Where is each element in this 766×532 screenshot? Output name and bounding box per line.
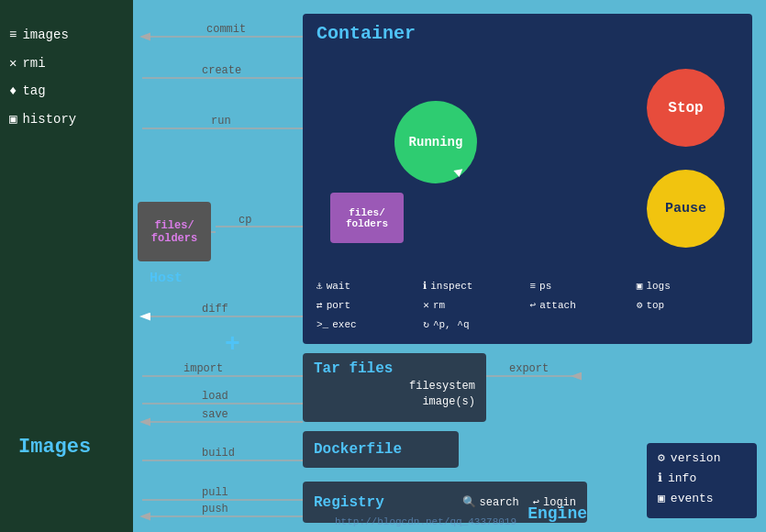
top-icon: ⚙ (637, 299, 643, 311)
events-icon: ▣ (658, 491, 665, 505)
host-label: Host (150, 271, 183, 286)
info-item[interactable]: ℹ info (658, 471, 746, 485)
images-title: Images (18, 436, 91, 459)
exec-icon: >_ (316, 319, 328, 330)
list-icon: ≡ (9, 28, 17, 42)
svg-text:build: build (202, 447, 235, 460)
tag-label: tag (22, 83, 45, 98)
menu-item-tag[interactable]: ♦ tag (9, 83, 124, 98)
cmd-wait: ⚓ wait (316, 280, 418, 292)
svg-text:run: run (211, 115, 231, 127)
cmd-pq: ↻ ^p, ^q (423, 318, 525, 330)
registry-title: Registry (314, 494, 384, 511)
cmd-exec: >_ exec (316, 318, 418, 330)
container-title: Container (316, 23, 743, 44)
container-files-box: files/folders (330, 193, 404, 243)
mouse-cursor (453, 169, 463, 178)
images-label-text: images (22, 28, 68, 42)
cmd-port: ⇄ port (316, 299, 418, 311)
svg-text:export: export (509, 362, 549, 375)
logs-icon: ▣ (637, 280, 643, 292)
cmd-top: ⚙ top (637, 299, 738, 311)
cmd-inspect: ℹ inspect (423, 280, 525, 292)
svg-text:import: import (183, 362, 223, 375)
menu-item-rmi[interactable]: ✕ rmi (9, 55, 124, 71)
cmd-logs: ▣ logs (637, 280, 738, 292)
svg-text:load: load (202, 390, 228, 403)
port-icon: ⇄ (316, 299, 323, 311)
tar-files-box: Tar files filesystem image(s) (303, 353, 486, 422)
tag-icon: ♦ (9, 83, 17, 98)
cmd-rm: ✕ rm (423, 299, 525, 311)
ps-icon: ≡ (530, 281, 537, 292)
menu-item-images[interactable]: ≡ images (9, 28, 124, 42)
engine-label: Engine (527, 504, 587, 523)
stop-state: Stop (647, 69, 725, 147)
watermark: http://blogcdn.net/qq_43378019 (335, 516, 516, 527)
pq-icon: ↻ (423, 318, 429, 330)
images-panel: ≡ images ✕ rmi ♦ tag ▣ history Images (0, 0, 133, 532)
host-files-box: files/folders (138, 202, 211, 261)
middle-area: commit create run cp diff import export (133, 0, 766, 532)
info-icon: ℹ (423, 280, 427, 292)
gear-icon: ⚙ (658, 450, 665, 465)
svg-text:pull: pull (202, 486, 228, 499)
main-wrapper: ≡ images ✕ rmi ♦ tag ▣ history Images (0, 0, 766, 532)
history-label: history (22, 112, 76, 127)
search-icon: 🔍 (462, 495, 476, 509)
commands-grid: ⚓ wait ℹ inspect ≡ ps ▣ logs ⇄ port (316, 280, 738, 330)
dockerfile-title: Dockerfile (314, 441, 402, 458)
tar-title: Tar files (314, 360, 475, 377)
plus-sign: + (225, 330, 240, 359)
cmd-ps: ≡ ps (530, 280, 632, 292)
version-box: ⚙ version ℹ info ▣ events (647, 443, 757, 518)
anchor-icon: ⚓ (316, 280, 323, 292)
svg-text:save: save (202, 408, 228, 421)
version-item[interactable]: ⚙ version (658, 450, 746, 465)
rm-icon: ✕ (423, 299, 429, 311)
menu-item-history[interactable]: ▣ history (9, 111, 124, 127)
svg-text:commit: commit (206, 23, 246, 36)
svg-text:push: push (202, 503, 228, 515)
dockerfile-box: Dockerfile (303, 431, 459, 468)
pause-state: Pause (647, 170, 725, 248)
tar-filesystem: filesystem (314, 380, 475, 393)
history-icon: ▣ (9, 111, 17, 127)
cmd-attach: ↩ attach (530, 299, 632, 311)
svg-text:cp: cp (239, 214, 251, 227)
info-circle-icon: ℹ (658, 471, 662, 485)
running-state: Running (394, 101, 477, 183)
container-box: Container Running Stop Pause files/folde… (303, 14, 752, 344)
attach-icon: ↩ (530, 299, 537, 311)
svg-text:diff: diff (202, 303, 228, 316)
images-menu: ≡ images ✕ rmi ♦ tag ▣ history (9, 28, 124, 127)
x-icon: ✕ (9, 55, 17, 71)
svg-text:create: create (202, 64, 241, 77)
rmi-label: rmi (22, 56, 45, 71)
events-item[interactable]: ▣ events (658, 491, 746, 505)
registry-search[interactable]: 🔍 search (462, 495, 519, 509)
tar-images: image(s) (314, 395, 475, 408)
